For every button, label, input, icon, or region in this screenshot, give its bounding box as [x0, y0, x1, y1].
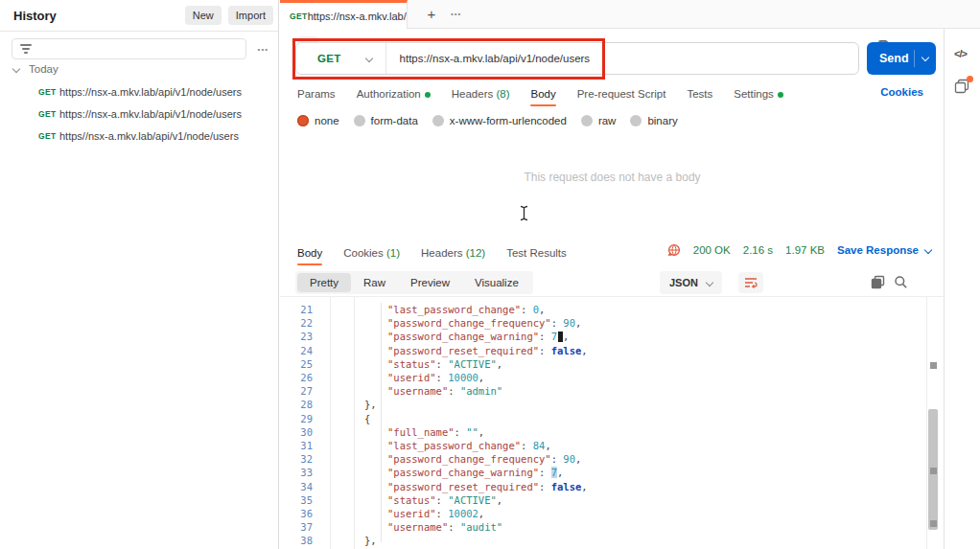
code-segment: "userid"	[387, 508, 436, 519]
code-segment: :	[455, 426, 467, 438]
code-segment: ,	[478, 372, 484, 383]
send-options-chevron[interactable]	[922, 54, 929, 61]
line-number: 37	[280, 520, 313, 534]
code-line: 25"status": "ACTIVE",	[280, 357, 945, 371]
view-mode-pretty[interactable]: Pretty	[297, 273, 351, 292]
format-select[interactable]: JSON	[660, 271, 722, 294]
history-group-today[interactable]: Today	[13, 63, 58, 75]
code-text: "full_name": "",	[387, 425, 484, 439]
code-segment: "password_change_frequency"	[387, 317, 551, 329]
code-line: 35"status": "ACTIVE",	[280, 493, 945, 507]
collections-copy-icon[interactable]	[954, 79, 970, 99]
tab-more-icon[interactable]: •••	[451, 10, 461, 18]
request-tab[interactable]: GET https://nsx-a.mkv.lab/ap	[280, 0, 408, 29]
response-tab-headers[interactable]: Headers (12)	[421, 241, 485, 264]
code-line: 37"username": "audit"	[280, 520, 945, 534]
response-tab-cookies[interactable]: Cookies (1)	[343, 241, 400, 264]
code-text: },	[364, 534, 377, 547]
radio-icon	[432, 115, 444, 126]
new-button[interactable]: New	[185, 6, 222, 25]
code-text: "password_reset_required": false,	[387, 480, 588, 493]
save-response-button[interactable]: Save Response	[837, 244, 931, 256]
code-text: "status": "ACTIVE",	[387, 357, 502, 371]
line-number: 24	[280, 344, 313, 357]
code-text: "username": "audit"	[387, 520, 502, 534]
line-number: 33	[280, 466, 313, 479]
code-segment: "password_change_warning"	[387, 331, 539, 342]
line-number: 38	[280, 534, 313, 547]
view-mode-visualize[interactable]: Visualize	[462, 273, 531, 292]
code-segment: :	[448, 521, 460, 533]
code-line: 28},	[280, 398, 945, 411]
code-line: 33"password_change_warning": 7,	[280, 466, 945, 479]
code-segment: "last_password_change"	[387, 304, 521, 315]
search-icon[interactable]	[894, 275, 908, 293]
code-segment: :	[521, 304, 533, 315]
body-mode-form-data[interactable]: form-data	[354, 115, 418, 126]
method-select[interactable]: GET	[296, 43, 386, 74]
body-mode-x-www-form-urlencoded[interactable]: x-www-form-urlencoded	[432, 115, 567, 126]
history-item[interactable]: GEThttps//nsx-a.mkv.lab/api/v1/node/user…	[0, 125, 278, 147]
response-tab-body[interactable]: Body	[297, 241, 322, 264]
code-text: "password_change_warning": 7,	[387, 466, 563, 479]
body-mode-binary[interactable]: binary	[630, 115, 677, 126]
request-tab-tests[interactable]: Tests	[687, 82, 712, 105]
import-button[interactable]: Import	[228, 6, 273, 25]
request-tab-settings[interactable]: Settings	[734, 82, 783, 105]
history-item[interactable]: GEThttps://nsx-a.mkv.lab/api/v1/node/use…	[0, 80, 278, 103]
line-number: 28	[280, 398, 313, 411]
request-tabstrip: GET https://nsx-a.mkv.lab/ap + •••	[280, 0, 980, 29]
code-text: "password_reset_required": false,	[387, 344, 588, 357]
code-line: 34"password_reset_required": false,	[280, 480, 945, 493]
status-badge[interactable]: 200 OK	[693, 244, 731, 256]
code-snippet-icon[interactable]: </>	[954, 48, 967, 59]
code-segment: "userid"	[387, 372, 436, 383]
code-text: "username": "admin"	[387, 384, 502, 398]
method-label: GET	[317, 53, 341, 64]
response-time[interactable]: 2.16 s	[743, 244, 773, 256]
code-text: {	[364, 412, 370, 425]
line-number: 35	[280, 493, 313, 507]
request-tab-pre-request-script[interactable]: Pre-request Script	[577, 82, 666, 105]
code-segment: ,	[545, 440, 550, 451]
view-mode-preview[interactable]: Preview	[398, 273, 462, 292]
line-number: 32	[280, 452, 313, 466]
notification-dot	[967, 76, 973, 82]
body-mode-none[interactable]: none	[297, 115, 339, 126]
response-tab-test-results[interactable]: Test Results	[506, 241, 567, 264]
wrap-text-button[interactable]	[738, 272, 763, 293]
tab-count: (1)	[384, 247, 400, 259]
save-response-label: Save Response	[837, 244, 919, 256]
green-dot-icon	[778, 92, 783, 98]
request-tab-params[interactable]: Params	[297, 82, 336, 105]
code-segment: ,	[539, 304, 545, 315]
request-tab-body[interactable]: Body	[530, 82, 555, 105]
history-filter-input[interactable]	[12, 38, 246, 59]
code-segment: "username"	[387, 521, 448, 533]
code-text: "password_change_warning": 7,	[387, 330, 569, 343]
code-segment: :	[551, 317, 564, 329]
code-segment: ,	[575, 317, 581, 329]
sidebar-header: History New Import	[0, 0, 278, 32]
request-tab-authorization[interactable]: Authorization	[357, 82, 431, 105]
history-more-icon[interactable]: •••	[258, 45, 268, 54]
code-text: },	[364, 398, 377, 411]
request-tab-headers[interactable]: Headers (8)	[452, 82, 510, 105]
code-text: "userid": 10000,	[387, 371, 484, 384]
response-size[interactable]: 1.97 KB	[785, 244, 825, 256]
copy-response-icon[interactable]	[871, 275, 885, 293]
sidebar-title: History	[13, 9, 178, 23]
send-button[interactable]: Send	[867, 42, 936, 75]
code-segment: :	[539, 481, 551, 492]
cookies-link[interactable]: Cookies	[880, 86, 923, 98]
new-tab-button[interactable]: +	[421, 4, 442, 25]
history-item[interactable]: GEThttps://nsx-a.mkv.lab/api/v1/node/use…	[0, 103, 278, 125]
code-segment: "password_change_warning"	[387, 467, 539, 478]
view-mode-raw[interactable]: Raw	[351, 273, 398, 292]
response-body-code[interactable]: 21"last_password_change": 0,22"password_…	[280, 297, 945, 549]
code-segment: "ACTIVE"	[448, 494, 497, 506]
response-tabs-row: BodyCookies (1)Headers (12)Test Results …	[280, 240, 945, 266]
line-number: 22	[280, 316, 313, 330]
url-input[interactable]	[386, 53, 858, 64]
body-mode-raw[interactable]: raw	[581, 115, 617, 126]
